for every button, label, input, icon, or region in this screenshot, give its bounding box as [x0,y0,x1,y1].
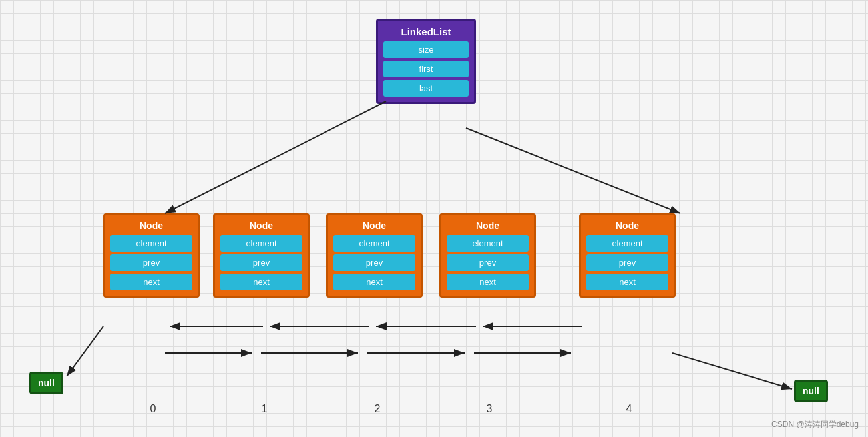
node-box-0: Node element prev next [103,213,200,298]
node-box-3: Node element prev next [439,213,536,298]
node-title-3: Node [447,220,529,231]
node-box-1: Node element prev next [213,213,310,298]
node-box-4: Node element prev next [579,213,676,298]
linkedlist-title: LinkedList [383,26,469,37]
node2-element: element [333,235,415,252]
node-title-1: Node [220,220,302,231]
node4-prev: prev [586,254,668,271]
node-title-4: Node [586,220,668,231]
node-box-2: Node element prev next [326,213,423,298]
index-2: 2 [367,403,387,415]
node4-next: next [586,274,668,290]
null-box-right: null [794,380,828,402]
index-1: 1 [254,403,274,415]
node0-next: next [110,274,192,290]
node2-prev: prev [333,254,415,271]
index-0: 0 [143,403,163,415]
null-box-left: null [29,372,63,394]
ll-field-size: size [383,41,469,58]
ll-field-first: first [383,61,469,77]
node2-next: next [333,274,415,290]
node0-element: element [110,235,192,252]
watermark: CSDN @涛涛同学debug [771,419,859,430]
ll-field-last: last [383,80,469,97]
node3-element: element [447,235,529,252]
node1-element: element [220,235,302,252]
node1-next: next [220,274,302,290]
node0-prev: prev [110,254,192,271]
index-4: 4 [619,403,639,415]
node-title-0: Node [110,220,192,231]
index-3: 3 [479,403,499,415]
node-title-2: Node [333,220,415,231]
node3-prev: prev [447,254,529,271]
node4-element: element [586,235,668,252]
linkedlist-box: LinkedList size first last [376,19,476,104]
node3-next: next [447,274,529,290]
node1-prev: prev [220,254,302,271]
